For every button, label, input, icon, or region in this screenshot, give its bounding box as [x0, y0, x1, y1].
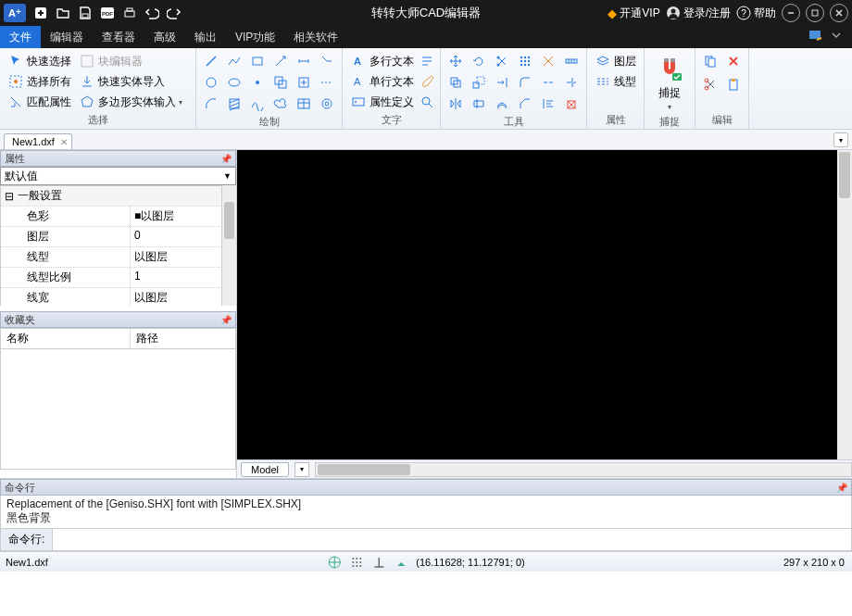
- edit-cut-button[interactable]: [701, 75, 720, 94]
- pin-icon[interactable]: 📌: [220, 315, 232, 325]
- explode-tool[interactable]: [539, 52, 558, 70]
- match-props-button[interactable]: 匹配属性: [6, 93, 73, 111]
- ray-tool[interactable]: [271, 52, 290, 70]
- rotate-tool[interactable]: [470, 52, 488, 70]
- polygon-import-button[interactable]: 多边形实体输入▾: [77, 93, 184, 111]
- properties-default-select[interactable]: 默认值▼: [0, 167, 236, 185]
- trim-tool[interactable]: [493, 52, 511, 70]
- help-link[interactable]: ?帮助: [736, 6, 776, 21]
- cloud-tool[interactable]: [271, 94, 290, 113]
- array-tool[interactable]: [516, 52, 534, 70]
- status-ortho-icon[interactable]: [371, 555, 386, 570]
- properties-section[interactable]: ⊟一般设置: [1, 186, 235, 206]
- multi-text-button[interactable]: A多行文本: [348, 52, 416, 70]
- menu-file[interactable]: 文件: [0, 26, 41, 48]
- layers-button[interactable]: 图层: [593, 52, 638, 70]
- prop-row[interactable]: 线型以图层: [1, 246, 235, 267]
- erase-tool[interactable]: [562, 94, 581, 113]
- circle-tool[interactable]: [202, 73, 220, 92]
- maximize-button[interactable]: [806, 4, 824, 22]
- command-input[interactable]: [53, 531, 851, 549]
- close-button[interactable]: [830, 4, 848, 22]
- properties-panel-header[interactable]: 属性📌: [0, 150, 236, 167]
- quick-import-button[interactable]: 快速实体导入: [77, 72, 167, 91]
- menu-related[interactable]: 相关软件: [284, 26, 347, 48]
- spline-tool[interactable]: [248, 94, 267, 113]
- menu-editor[interactable]: 编辑器: [41, 26, 93, 48]
- select-all-button[interactable]: 选择所有: [6, 72, 73, 91]
- point-tool[interactable]: [248, 73, 267, 92]
- prop-row[interactable]: 线型比例1: [1, 267, 235, 287]
- doc-tabs-expander[interactable]: ▾: [833, 132, 848, 147]
- appearance-button[interactable]: [808, 29, 824, 45]
- single-text-button[interactable]: A单行文本: [348, 72, 416, 91]
- prop-row[interactable]: 线宽以图层: [1, 287, 235, 306]
- prop-row[interactable]: 图层0: [1, 226, 235, 246]
- arc-tool[interactable]: [202, 94, 220, 113]
- model-tabs-expander[interactable]: ▾: [294, 462, 309, 477]
- stretch-tool[interactable]: [470, 94, 488, 113]
- model-tab[interactable]: Model: [241, 462, 289, 477]
- canvas-hscrollbar[interactable]: [315, 462, 852, 477]
- menu-viewer[interactable]: 查看器: [93, 26, 144, 48]
- attr-def-button[interactable]: 属性定义: [348, 93, 416, 111]
- block-editor-button[interactable]: 块编辑器: [77, 52, 144, 70]
- print-button[interactable]: [119, 3, 140, 23]
- edit-copy-button[interactable]: [701, 52, 720, 70]
- dimension-tool[interactable]: [294, 52, 313, 70]
- measure-tool[interactable]: [562, 52, 581, 70]
- rect-tool[interactable]: [248, 52, 267, 70]
- text-style-button[interactable]: [420, 54, 434, 69]
- quick-select-button[interactable]: 快速选择: [6, 52, 73, 70]
- donut-tool[interactable]: [318, 94, 336, 113]
- fillet-tool[interactable]: [516, 73, 534, 92]
- prop-row[interactable]: 色彩■以图层: [1, 206, 235, 226]
- offset-tool[interactable]: [493, 94, 511, 113]
- break-tool[interactable]: [539, 73, 558, 92]
- polyline-tool[interactable]: [225, 52, 244, 70]
- login-link[interactable]: 登录/注册: [666, 6, 731, 21]
- join-tool[interactable]: [562, 73, 581, 92]
- edit-delete-button[interactable]: [724, 52, 743, 70]
- pin-icon[interactable]: 📌: [836, 483, 847, 493]
- minimize-button[interactable]: [782, 4, 800, 22]
- table-tool[interactable]: [294, 94, 313, 113]
- status-grid-icon[interactable]: [349, 555, 364, 570]
- hatch-tool[interactable]: [225, 94, 244, 113]
- linetype-button[interactable]: 线型: [593, 72, 638, 91]
- collapse-ribbon-button[interactable]: [830, 29, 846, 45]
- region-tool[interactable]: [271, 73, 290, 92]
- move-tool[interactable]: [446, 52, 465, 70]
- status-globe-icon[interactable]: [327, 555, 342, 570]
- status-snap-icon[interactable]: [394, 555, 408, 570]
- menu-output[interactable]: 输出: [185, 26, 226, 48]
- scale-tool[interactable]: [470, 73, 488, 92]
- vip-link[interactable]: ◆开通VIP: [608, 6, 659, 21]
- command-panel-header[interactable]: 命令行📌: [0, 479, 852, 496]
- ellipse-tool[interactable]: [225, 73, 244, 92]
- mirror-tool[interactable]: [446, 94, 465, 113]
- pdf-button[interactable]: PDF: [97, 3, 118, 23]
- open-file-button[interactable]: [53, 3, 73, 23]
- insert-block-tool[interactable]: [294, 73, 313, 92]
- doc-tab[interactable]: New1.dxf✕: [4, 133, 72, 149]
- pin-icon[interactable]: 📌: [220, 154, 232, 164]
- redo-button[interactable]: [164, 3, 184, 23]
- save-button[interactable]: [75, 3, 95, 23]
- line-tool[interactable]: [202, 52, 220, 70]
- favorites-panel-header[interactable]: 收藏夹📌: [0, 311, 236, 328]
- align-tool[interactable]: [539, 94, 558, 113]
- snap-button[interactable]: 捕捉▾: [650, 52, 689, 113]
- extend-tool[interactable]: [493, 73, 511, 92]
- menu-advanced[interactable]: 高级: [144, 26, 185, 48]
- new-file-button[interactable]: [31, 3, 51, 23]
- copy-tool[interactable]: [446, 73, 465, 92]
- text-edit-button[interactable]: [420, 74, 434, 89]
- xline-tool[interactable]: [318, 73, 336, 92]
- undo-button[interactable]: [142, 3, 162, 23]
- leader-tool[interactable]: [318, 52, 336, 70]
- canvas-vscrollbar[interactable]: [837, 150, 852, 459]
- text-find-button[interactable]: [420, 94, 434, 109]
- properties-scrollbar[interactable]: [221, 185, 236, 306]
- menu-vip[interactable]: VIP功能: [226, 26, 284, 48]
